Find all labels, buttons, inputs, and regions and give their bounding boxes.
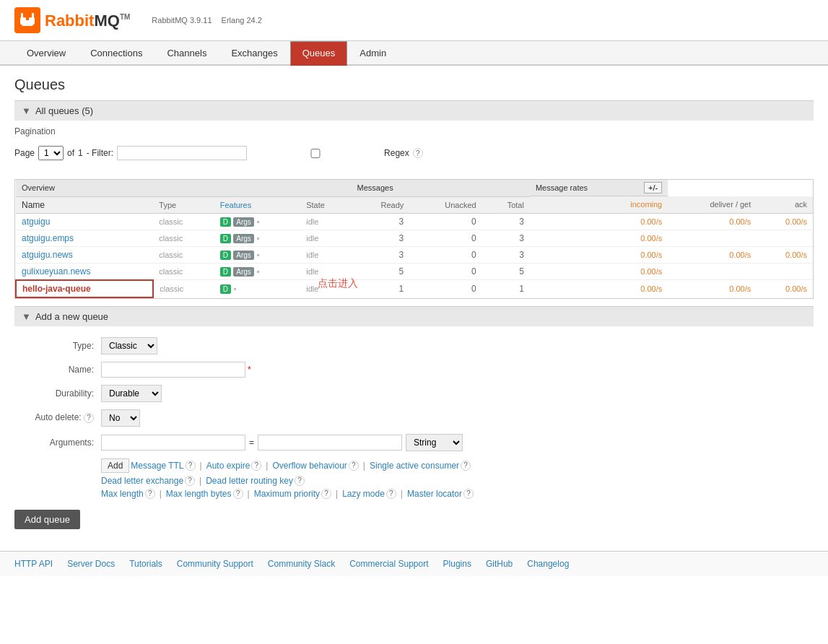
footer-server-docs[interactable]: Server Docs — [67, 559, 115, 569]
hint-message-ttl[interactable]: Message TTL — [131, 461, 183, 471]
footer-community-slack[interactable]: Community Slack — [268, 559, 335, 569]
queue-ack: 0.00/s — [757, 246, 813, 263]
master-locator-help[interactable]: ? — [463, 489, 474, 499]
footer-plugins[interactable]: Plugins — [443, 559, 471, 569]
queue-type: classic — [153, 246, 214, 263]
queue-name[interactable]: atguigu.news — [16, 246, 153, 263]
all-queues-section-header[interactable]: ▼ All queues (5) — [14, 100, 814, 121]
queue-deliver-get — [668, 230, 757, 246]
single-consumer-help[interactable]: ? — [461, 461, 471, 471]
max-length-bytes-help[interactable]: ? — [233, 489, 243, 499]
add-argument-btn[interactable]: Add — [101, 458, 129, 473]
queue-total: 3 — [482, 246, 530, 263]
arguments-key-input[interactable] — [101, 435, 245, 451]
queue-unacked: 0 — [409, 213, 481, 230]
hint-lazy-mode[interactable]: Lazy mode — [342, 489, 385, 499]
sep8: | — [401, 489, 403, 499]
queue-deliver-get: 0.00/s — [668, 213, 757, 230]
queue-type: classic — [153, 213, 214, 230]
nav-exchanges[interactable]: Exchanges — [219, 41, 289, 66]
footer: HTTP API Server Docs Tutorials Community… — [0, 551, 828, 576]
page-select[interactable]: 1 — [38, 146, 64, 160]
regex-checkbox[interactable] — [250, 149, 380, 158]
name-input[interactable] — [101, 362, 245, 378]
queue-ack: 0.00/s — [757, 213, 813, 230]
max-priority-help[interactable]: ? — [321, 489, 331, 499]
hint-master-locator[interactable]: Master locator — [407, 489, 462, 499]
queue-name[interactable]: hello-java-queue — [16, 280, 153, 297]
auto-delete-select[interactable]: No Yes — [101, 409, 140, 427]
type-select[interactable]: Classic Quorum — [101, 337, 157, 354]
col-state: State — [300, 196, 351, 213]
queue-features: D Args ▪ — [214, 213, 300, 230]
logo-icon — [14, 7, 40, 33]
nav-queues[interactable]: Queues — [290, 41, 348, 66]
footer-http-api[interactable]: HTTP API — [14, 559, 53, 569]
name-label: Name: — [14, 365, 101, 375]
svg-rect-3 — [21, 13, 23, 19]
add-queue-button[interactable]: Add queue — [14, 510, 80, 529]
hint-max-length[interactable]: Max length — [101, 489, 144, 499]
add-collapse-arrow: ▼ — [22, 311, 31, 322]
nav-overview[interactable]: Overview — [14, 41, 78, 66]
hint-max-length-bytes[interactable]: Max length bytes — [166, 489, 232, 499]
nav-channels[interactable]: Channels — [154, 41, 219, 66]
type-row: Type: Classic Quorum — [14, 337, 814, 354]
footer-tutorials[interactable]: Tutorials — [129, 559, 162, 569]
nav-admin[interactable]: Admin — [347, 41, 398, 66]
queue-name[interactable]: gulixueyuan.news — [16, 263, 153, 280]
auto-expire-help[interactable]: ? — [251, 461, 261, 471]
hint-overflow-behaviour[interactable]: Overflow behaviour — [272, 461, 347, 471]
col-type: Type — [153, 196, 214, 213]
filter-input[interactable] — [117, 146, 247, 160]
erlang-version: Erlang 24.2 — [222, 16, 262, 25]
footer-changelog[interactable]: Changelog — [527, 559, 569, 569]
arguments-type-select[interactable]: String Number Boolean — [406, 434, 463, 451]
hint-dead-letter-exchange[interactable]: Dead letter exchange — [101, 476, 183, 486]
add-queue-form: Type: Classic Quorum Name: * Durability:… — [14, 326, 814, 540]
col-unacked: Unacked — [409, 196, 481, 213]
durability-row: Durability: Durable Transient — [14, 385, 814, 402]
of-value: 1 — [78, 148, 83, 158]
col-ready: Ready — [352, 196, 410, 213]
dle-help[interactable]: ? — [185, 476, 195, 486]
hint-maximum-priority[interactable]: Maximum priority — [254, 489, 320, 499]
messages-group-header: Messages — [352, 180, 530, 196]
sep1: | — [200, 461, 202, 471]
table-row[interactable]: atguigu.newsclassicD Args ▪idle3030.00/s… — [16, 246, 813, 263]
auto-delete-row: Auto delete: ? No Yes — [14, 409, 814, 427]
footer-community-support[interactable]: Community Support — [177, 559, 253, 569]
plus-minus-button[interactable]: +/- — [644, 182, 662, 193]
lazy-mode-help[interactable]: ? — [386, 489, 396, 499]
queue-type: classic — [153, 263, 214, 280]
durability-select[interactable]: Durable Transient — [101, 385, 162, 402]
overflow-help[interactable]: ? — [349, 461, 359, 471]
arguments-value-input[interactable] — [258, 435, 402, 451]
required-star: * — [248, 365, 251, 375]
queue-state: idle — [300, 246, 351, 263]
footer-github[interactable]: GitHub — [486, 559, 513, 569]
add-queue-label: Add a new queue — [35, 311, 108, 322]
logo-text: RabbitMQTM — [45, 10, 130, 30]
queue-features: D ▪ — [214, 280, 300, 297]
dlrk-help[interactable]: ? — [295, 476, 305, 486]
arguments-inputs: = String Number Boolean — [101, 434, 463, 451]
collapse-arrow: ▼ — [22, 105, 31, 116]
hint-auto-expire[interactable]: Auto expire — [206, 461, 250, 471]
queue-name[interactable]: atguigu.emps — [16, 230, 153, 246]
auto-delete-help[interactable]: ? — [84, 413, 94, 423]
footer-commercial-support[interactable]: Commercial Support — [349, 559, 428, 569]
regex-help-icon[interactable]: ? — [413, 148, 423, 158]
table-row[interactable]: atguiguclassicD Args ▪idle3030.00/s0.00/… — [16, 213, 813, 230]
add-queue-section-header[interactable]: ▼ Add a new queue — [14, 306, 814, 326]
queue-ready: 3 — [352, 230, 410, 246]
queue-name[interactable]: atguigu — [16, 213, 153, 230]
sep6: | — [248, 489, 250, 499]
nav-connections[interactable]: Connections — [78, 41, 154, 66]
max-length-help[interactable]: ? — [145, 489, 155, 499]
msg-ttl-help[interactable]: ? — [186, 461, 196, 471]
hint-single-active-consumer[interactable]: Single active consumer — [370, 461, 459, 471]
table-row[interactable]: atguigu.empsclassicD Args ▪idle3030.00/s — [16, 230, 813, 246]
queue-deliver-get: 0.00/s — [668, 246, 757, 263]
hint-dead-letter-routing-key[interactable]: Dead letter routing key — [206, 476, 293, 486]
